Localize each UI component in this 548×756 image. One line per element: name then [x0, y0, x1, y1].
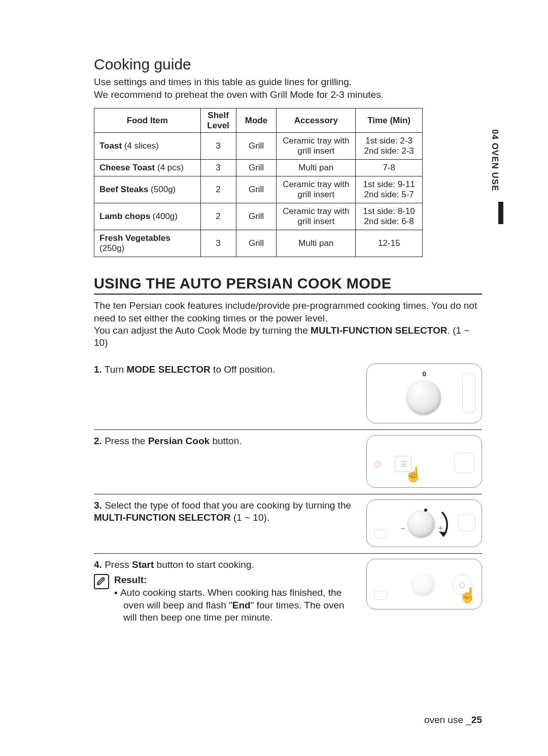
col-time: Time (Min)	[356, 109, 423, 133]
step4-panel-illustration: ◇ ☝	[366, 559, 482, 609]
auto-para2a: You can adjust the Auto Cook Mode by tur…	[94, 325, 311, 336]
cooking-guide-heading: Cooking guide	[94, 56, 482, 73]
result-label: Result:	[114, 574, 359, 587]
col-shelf: Shelf Level	[200, 109, 236, 133]
col-food: Food Item	[94, 109, 201, 133]
cooking-guide-intro: Use settings and times in this table as …	[94, 76, 482, 101]
col-accessory: Accessory	[277, 109, 356, 133]
start-label: Start	[132, 559, 154, 570]
auto-persian-intro: The ten Persian cook features include/pr…	[94, 300, 482, 349]
step-4: 4. Press Start button to start cooking. …	[94, 554, 482, 630]
col-mode: Mode	[236, 109, 277, 133]
press-cursor-icon: ☝	[404, 466, 422, 483]
auto-persian-heading: USING THE AUTO PERSIAN COOK MODE	[94, 275, 482, 295]
persian-cook-label: Persian Cook	[148, 436, 210, 446]
table-row: Lamb chops (400g)2GrillCeramic tray with…	[94, 203, 423, 230]
table-row: Fresh Vegetables (250g)3GrillMulti pan12…	[94, 230, 423, 257]
svg-point-1	[424, 509, 427, 512]
mode-selector-dial-icon	[406, 380, 441, 415]
grilling-guide-table: Food Item Shelf Level Mode Accessory Tim…	[94, 108, 423, 257]
page-footer: oven use _25	[424, 714, 482, 726]
result-bullet: Auto cooking starts. When cooking has fi…	[114, 587, 359, 624]
page-number: 25	[471, 714, 482, 725]
step1-panel-illustration: 0	[366, 364, 482, 423]
step-2: 2. Press the Persian Cook button. ☰ ☝	[94, 430, 482, 494]
auto-para2b: MULTI-FUNCTION SELECTOR	[311, 325, 448, 336]
note-icon	[94, 574, 109, 589]
intro-line-2: We recommend to preheat the oven with Gr…	[94, 89, 384, 100]
footer-label: oven use _	[424, 714, 471, 725]
step-3: 3. Select the type of food that you are …	[94, 494, 482, 554]
step-1: 1. Turn MODE SELECTOR to Off position. 0	[94, 358, 482, 430]
step3-panel-illustration: −+	[366, 499, 482, 547]
rotate-arrow-icon	[397, 505, 458, 545]
table-row: Cheese Toast (4 pcs)3GrillMulti pan7-8	[94, 160, 423, 176]
step4-num: 4.	[94, 559, 102, 570]
multi-function-selector-label: MULTI-FUNCTION SELECTOR	[94, 512, 231, 523]
table-row: Toast (4 slices)3GrillCeramic tray with …	[94, 133, 423, 160]
table-row: Beef Steaks (500g)2GrillCeramic tray wit…	[94, 176, 423, 203]
dial-ghost-icon	[412, 572, 435, 596]
dial-zero-label: 0	[422, 370, 426, 378]
intro-line-1: Use settings and times in this table as …	[94, 77, 352, 87]
side-thumb-indicator	[498, 202, 503, 224]
auto-para1: The ten Persian cook features include/pr…	[94, 300, 477, 323]
step2-panel-illustration: ☰ ☝	[366, 435, 482, 488]
mode-selector-label: MODE SELECTOR	[126, 364, 210, 375]
section-side-tab: 04 OVEN USE	[490, 129, 500, 192]
step2-num: 2.	[94, 436, 102, 446]
step1-num: 1.	[94, 364, 102, 375]
step3-num: 3.	[94, 500, 102, 511]
